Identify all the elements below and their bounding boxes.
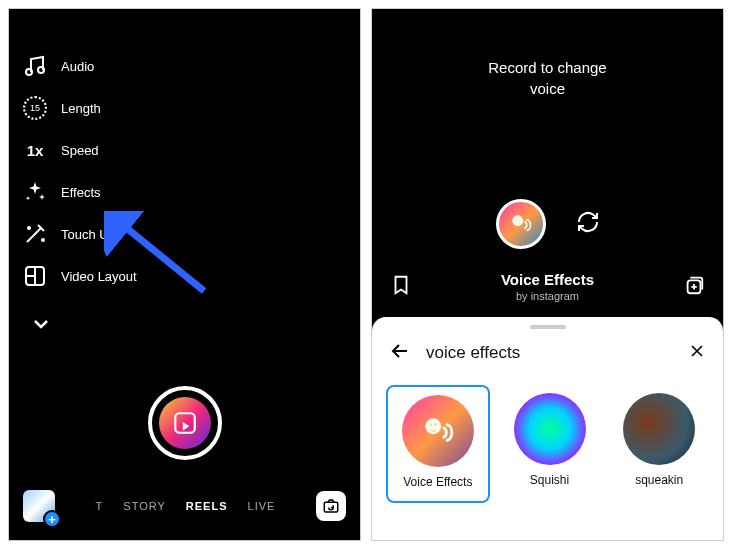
close-icon bbox=[687, 341, 707, 361]
svg-rect-6 bbox=[175, 413, 195, 433]
refresh-icon bbox=[576, 210, 600, 234]
effect-title-bar: Voice Effects by instagram bbox=[372, 271, 723, 302]
mode-reels[interactable]: REELS bbox=[186, 500, 228, 512]
mode-story[interactable]: STORY bbox=[123, 500, 166, 512]
add-icon: + bbox=[43, 510, 61, 528]
effect-label: squeakin bbox=[635, 473, 683, 487]
speed-icon: 1x bbox=[23, 138, 47, 162]
svg-point-9 bbox=[515, 219, 517, 221]
camera-side-toolbar: Audio 15 Length 1x Speed Effects Touch U… bbox=[23, 54, 137, 336]
svg-point-3 bbox=[42, 239, 44, 241]
touch-up-tool[interactable]: Touch Up bbox=[23, 222, 137, 246]
gallery-button[interactable]: + bbox=[23, 490, 55, 522]
effect-author: by instagram bbox=[501, 290, 594, 302]
speed-tool[interactable]: 1x Speed bbox=[23, 138, 137, 162]
save-effect-button[interactable] bbox=[390, 274, 412, 300]
effect-label: Voice Effects bbox=[403, 475, 472, 489]
clear-search-button[interactable] bbox=[687, 341, 707, 365]
sheet-handle[interactable] bbox=[530, 325, 566, 329]
svg-point-14 bbox=[434, 423, 437, 426]
flip-camera-icon bbox=[322, 497, 340, 515]
reels-camera-screen: Audio 15 Length 1x Speed Effects Touch U… bbox=[8, 8, 361, 541]
svg-point-2 bbox=[28, 227, 30, 229]
speed-label: Speed bbox=[61, 143, 99, 158]
audio-label: Audio bbox=[61, 59, 94, 74]
reset-effect-button[interactable] bbox=[576, 210, 600, 238]
mode-live[interactable]: LIVE bbox=[248, 500, 276, 512]
length-label: Length bbox=[61, 101, 101, 116]
svg-point-1 bbox=[38, 67, 44, 73]
mode-cut[interactable]: T bbox=[96, 500, 104, 512]
record-prompt: Record to change voice bbox=[372, 57, 723, 99]
back-button[interactable] bbox=[388, 339, 412, 367]
effect-thumb bbox=[514, 393, 586, 465]
arrow-left-icon bbox=[388, 339, 412, 363]
camera-bottom-bar: + T STORY REELS LIVE bbox=[9, 490, 360, 522]
voice-effect-glyph-icon bbox=[508, 211, 534, 237]
add-collection-icon bbox=[683, 274, 705, 296]
length-tool[interactable]: 15 Length bbox=[23, 96, 137, 120]
search-input[interactable]: voice effects bbox=[426, 343, 673, 363]
reels-icon bbox=[159, 397, 211, 449]
audio-tool[interactable]: Audio bbox=[23, 54, 137, 78]
svg-point-13 bbox=[429, 423, 432, 426]
effects-results: Voice Effects Squishi squeakin bbox=[372, 377, 723, 503]
voice-effects-screen: Record to change voice Voice Effects by … bbox=[371, 8, 724, 541]
effect-preview-button[interactable] bbox=[496, 199, 546, 249]
effects-search-sheet: voice effects Voice Effects Squishi sque… bbox=[372, 317, 723, 540]
record-button[interactable] bbox=[148, 386, 222, 460]
touch-up-label: Touch Up bbox=[61, 227, 116, 242]
video-layout-tool[interactable]: Video Layout bbox=[23, 264, 137, 288]
search-row: voice effects bbox=[372, 337, 723, 377]
effect-label: Squishi bbox=[530, 473, 569, 487]
effects-label: Effects bbox=[61, 185, 101, 200]
layout-icon bbox=[23, 264, 47, 288]
svg-point-0 bbox=[26, 69, 32, 75]
effect-thumb bbox=[402, 395, 474, 467]
wand-icon bbox=[23, 222, 47, 246]
effect-preview-row bbox=[496, 199, 600, 249]
effect-card-voice-effects[interactable]: Voice Effects bbox=[386, 385, 490, 503]
chevron-down-icon bbox=[29, 312, 53, 336]
effect-card-squeakin[interactable]: squeakin bbox=[609, 385, 709, 503]
expand-tools-button[interactable] bbox=[29, 312, 137, 336]
svg-point-10 bbox=[518, 219, 520, 221]
music-note-icon bbox=[23, 54, 47, 78]
effect-name: Voice Effects bbox=[501, 271, 594, 288]
timer-icon: 15 bbox=[23, 96, 47, 120]
bookmark-icon bbox=[390, 274, 412, 296]
sparkle-icon bbox=[23, 180, 47, 204]
effects-tool[interactable]: Effects bbox=[23, 180, 137, 204]
camera-mode-switcher: T STORY REELS LIVE bbox=[96, 500, 276, 512]
add-to-reel-button[interactable] bbox=[683, 274, 705, 300]
effect-thumb bbox=[623, 393, 695, 465]
effect-card-squishi[interactable]: Squishi bbox=[500, 385, 600, 503]
flip-camera-button[interactable] bbox=[316, 491, 346, 521]
video-layout-label: Video Layout bbox=[61, 269, 137, 284]
